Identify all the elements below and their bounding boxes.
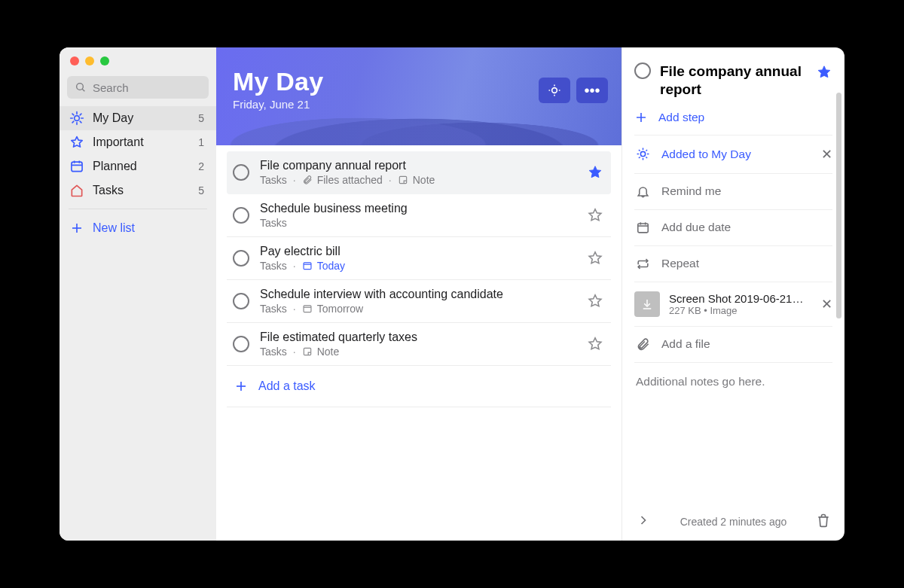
svg-point-17 [552, 88, 557, 93]
myday-label: Added to My Day [661, 148, 751, 161]
list-header: My Day Friday, June 21 ••• [216, 47, 622, 145]
task-title: File company annual report [260, 159, 576, 172]
star-toggle[interactable] [587, 207, 603, 224]
chevron-right-icon [636, 513, 651, 528]
add-task-label: Add a task [258, 379, 316, 393]
search-placeholder: Search [93, 81, 129, 94]
task-row[interactable]: File estimated quarterly taxes Tasks Not… [227, 323, 611, 366]
sidebar-item-count: 2 [198, 160, 204, 172]
complete-toggle[interactable] [233, 164, 249, 181]
task-row[interactable]: Schedule business meeting Tasks [227, 194, 611, 237]
complete-toggle[interactable] [634, 62, 651, 79]
sidebar-item-label: Important [93, 136, 144, 149]
remind-label: Remind me [661, 184, 721, 198]
attachment-row[interactable]: Screen Shot 2019-06-21… 227 KB • Image ✕ [634, 282, 832, 327]
sun-icon [634, 147, 651, 161]
task-row[interactable]: File company annual report Tasks Files a… [227, 151, 611, 194]
delete-task-button[interactable] [816, 513, 831, 530]
sidebar-item-myday[interactable]: My Day 5 [60, 106, 216, 130]
task-title: Pay electric bill [260, 245, 576, 258]
sidebar-item-important[interactable]: Important 1 [60, 130, 216, 154]
plus-icon [234, 379, 248, 393]
repeat-label: Repeat [661, 257, 699, 270]
attachment-meta: 227 KB • Image [669, 305, 812, 316]
task-list: File company annual report Tasks Files a… [216, 145, 622, 541]
remove-attachment-button[interactable]: ✕ [821, 296, 832, 312]
sidebar-item-label: My Day [93, 111, 133, 125]
svg-rect-22 [399, 176, 406, 183]
ellipsis-icon: ••• [584, 83, 600, 98]
add-task-input[interactable]: Add a task [227, 366, 611, 407]
star-toggle[interactable] [587, 293, 603, 309]
close-window-button[interactable] [70, 56, 79, 66]
svg-line-8 [80, 121, 81, 123]
new-list-label: New list [93, 221, 135, 235]
complete-toggle[interactable] [233, 293, 249, 309]
repeat-row[interactable]: Repeat [634, 246, 832, 282]
task-row[interactable]: Schedule interview with accounting candi… [227, 280, 611, 323]
star-toggle[interactable] [587, 250, 603, 267]
minimize-window-button[interactable] [85, 56, 94, 66]
task-row[interactable]: Pay electric bill Tasks Today [227, 237, 611, 280]
sidebar-divider [69, 209, 207, 209]
due-label: Add due date [661, 221, 731, 234]
complete-toggle[interactable] [233, 207, 249, 224]
attachment-thumbnail [634, 291, 660, 317]
svg-rect-25 [304, 306, 311, 312]
plus-icon [634, 111, 648, 124]
svg-line-37 [638, 150, 640, 151]
svg-line-40 [646, 150, 647, 151]
smart-lists: My Day 5 Important 1 Planned 2 [60, 106, 216, 203]
window-controls [60, 55, 216, 76]
added-to-myday-row[interactable]: Added to My Day ✕ [634, 136, 832, 174]
task-details-panel: File company annual report Add step Adde… [622, 47, 844, 541]
search-input[interactable]: Search [67, 76, 209, 99]
star-toggle[interactable] [816, 64, 832, 81]
star-toggle[interactable] [587, 336, 603, 352]
suggestions-button[interactable] [539, 78, 570, 103]
sidebar-item-tasks[interactable]: Tasks 5 [60, 178, 216, 203]
svg-rect-27 [304, 348, 310, 355]
bell-icon [634, 184, 651, 199]
task-title: File estimated quarterly taxes [260, 331, 576, 344]
note-icon [398, 175, 408, 185]
svg-point-2 [75, 116, 80, 121]
svg-line-9 [72, 121, 74, 123]
attachment-name: Screen Shot 2019-06-21… [669, 292, 812, 305]
svg-point-32 [640, 151, 645, 156]
calendar-icon [302, 260, 313, 271]
remind-me-row[interactable]: Remind me [634, 174, 832, 210]
add-file-label: Add a file [661, 337, 710, 351]
trash-icon [816, 513, 831, 528]
remove-from-myday-button[interactable]: ✕ [821, 146, 832, 163]
task-title: Schedule interview with accounting candi… [260, 288, 576, 301]
fullscreen-window-button[interactable] [100, 56, 109, 66]
scrollbar[interactable] [836, 93, 841, 318]
calendar-icon [69, 159, 85, 174]
repeat-icon [634, 257, 651, 271]
detail-title: File company annual report [660, 62, 807, 99]
svg-line-38 [646, 157, 647, 158]
add-step-button[interactable]: Add step [634, 99, 832, 136]
notes-field[interactable]: Additional notes go here. [634, 363, 832, 509]
star-icon [69, 135, 85, 150]
due-date-row[interactable]: Add due date [634, 210, 832, 246]
list-options-button[interactable]: ••• [576, 78, 608, 103]
download-icon [640, 297, 654, 311]
svg-rect-11 [72, 162, 82, 172]
svg-line-1 [82, 89, 84, 91]
sidebar-item-count: 5 [198, 184, 204, 197]
app-window: Search My Day 5 Important 1 [60, 47, 844, 541]
note-icon [302, 346, 313, 357]
sidebar-item-count: 5 [198, 112, 204, 124]
hide-detail-button[interactable] [636, 513, 651, 530]
complete-toggle[interactable] [233, 336, 249, 352]
sidebar-item-planned[interactable]: Planned 2 [60, 154, 216, 178]
add-file-row[interactable]: Add a file [634, 327, 832, 363]
complete-toggle[interactable] [233, 250, 249, 267]
star-toggle[interactable] [587, 164, 603, 181]
task-title: Schedule business meeting [260, 202, 576, 215]
new-list-button[interactable]: New list [60, 215, 216, 241]
home-icon [69, 183, 85, 198]
add-step-label: Add step [658, 111, 704, 124]
